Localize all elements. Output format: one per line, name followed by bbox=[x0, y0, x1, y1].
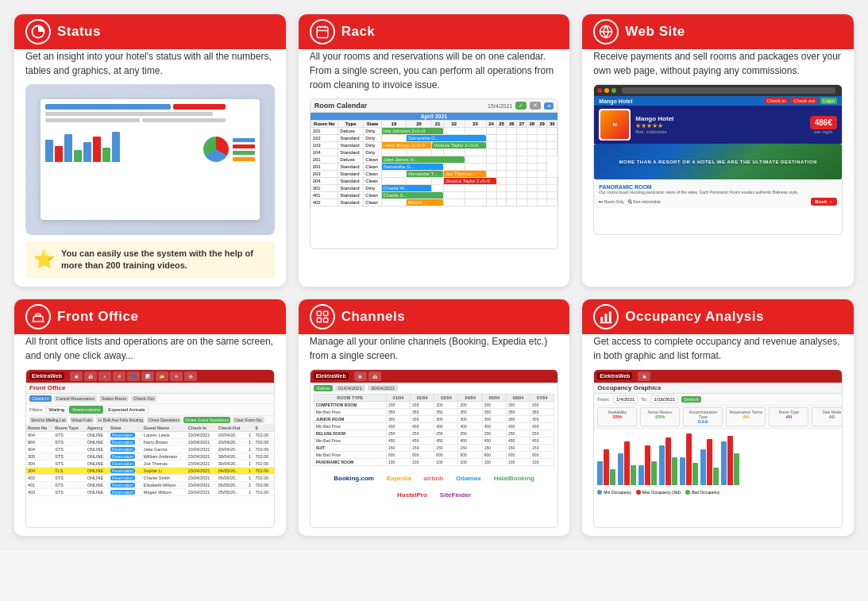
fo-nav-icon-6[interactable]: 📊 bbox=[141, 372, 154, 381]
fo-mailing-btn[interactable]: Send to Mailing List bbox=[29, 417, 68, 423]
ws-dot-green bbox=[611, 88, 616, 93]
table-row: 102StandardDirty Samantha G... bbox=[311, 135, 557, 142]
fo-tab-reservations[interactable]: Reservations bbox=[69, 406, 103, 414]
fo-nav-icons: ▣ 📅 ≡ ⚙ 👤 📊 📂 ✉ 🏠 bbox=[70, 372, 197, 381]
ws-hotel-header: M Mango Hotel ★★★★★ Bali, Indonesia 486€… bbox=[594, 106, 842, 144]
rack-desc: All your rooms and reservations will be … bbox=[310, 49, 559, 92]
fo-cell: Elizabeth Wilson bbox=[142, 481, 187, 488]
ws-url-bar[interactable] bbox=[622, 87, 835, 94]
fo-col-room: Room No bbox=[26, 425, 53, 432]
fo-online-ops-btn[interactable]: Online Guest Operations bbox=[183, 417, 230, 423]
rack-btn-3[interactable]: ≡ bbox=[544, 102, 554, 110]
fo-bulk-btn[interactable]: +v Bulk Ava Folio Routing bbox=[96, 417, 145, 423]
fo-col-checkout: Check-Out bbox=[217, 425, 247, 432]
fo-cell: ONLINE bbox=[86, 467, 109, 474]
occupancy-card: Occupancy Analysis Get access to complet… bbox=[582, 299, 854, 536]
occ-date-from[interactable]: 1/4/2021 bbox=[613, 395, 638, 403]
table-row: 304TLSONLINEReservationSophie Li23/04/20… bbox=[26, 467, 274, 474]
table-row: 401StandardClean Charlie S... bbox=[311, 192, 557, 199]
ws-checkout-btn[interactable]: Check out bbox=[791, 98, 817, 104]
fo-cell: 904 bbox=[26, 445, 53, 453]
fo-cell: 10/04/2021 bbox=[187, 438, 217, 445]
page-wrapper: Status Get an insight into your hotel's … bbox=[0, 0, 868, 550]
website-screen: Mango Hotel Check in Check out Login M M… bbox=[593, 84, 843, 235]
fo-tab-waiting[interactable]: Waiting bbox=[45, 406, 68, 414]
fo-cell: 702.00 bbox=[254, 474, 274, 481]
fo-checkout-btn[interactable]: Check Out bbox=[131, 395, 156, 402]
table-row: Min Bed Price 450450450450450450450 bbox=[314, 437, 554, 444]
ch-date-to[interactable]: 30/04/2021 bbox=[368, 385, 398, 391]
rack-col-29: 29 bbox=[537, 121, 547, 128]
website-body: Receive payments and sell rooms and pack… bbox=[582, 49, 854, 287]
fo-nav-icon-8[interactable]: ✉ bbox=[170, 372, 183, 381]
fo-cell: 10/04/2021 bbox=[187, 431, 217, 438]
channels-card: Channels Manage all your online channels… bbox=[299, 299, 570, 536]
fo-table-container[interactable]: Room No Room Type Agency State Guest Nam… bbox=[26, 425, 274, 496]
ws-checkin-btn[interactable]: Check in bbox=[765, 98, 788, 104]
fo-ops-btn[interactable]: Chest Operations bbox=[147, 417, 181, 423]
fo-cell: Reservation bbox=[109, 474, 142, 481]
table-row: 305STSONLINEReservationWilliam Anderson2… bbox=[26, 453, 274, 460]
ws-login-btn[interactable]: Login bbox=[820, 98, 837, 104]
occ-bar-4 bbox=[659, 437, 677, 485]
hint-text: You can easily use the system with the h… bbox=[61, 248, 267, 272]
fo-nav-icon-2[interactable]: 📅 bbox=[84, 372, 97, 381]
ch-date-from[interactable]: 01/04/2021 bbox=[335, 385, 365, 391]
status-badge: Reservation bbox=[110, 461, 135, 466]
ch-logo-odamax: Odamax bbox=[453, 473, 484, 483]
fo-cell: 702.00 bbox=[254, 488, 274, 495]
fo-cell: Reservation bbox=[109, 467, 142, 474]
rack-col-19: 19 bbox=[381, 121, 406, 128]
ws-price-label: per night bbox=[810, 129, 837, 134]
ws-price-area: 486€ per night bbox=[810, 116, 837, 134]
fo-cell: TLS bbox=[53, 467, 85, 474]
fo-nav-icon-1[interactable]: ▣ bbox=[70, 372, 83, 381]
status-badge: Reservation bbox=[110, 483, 135, 487]
fo-cell: 305 bbox=[26, 453, 53, 460]
occ-search-btn[interactable]: Search bbox=[681, 396, 701, 403]
fo-cell: Megan Wilson bbox=[142, 488, 187, 495]
fo-cell: 23/04/2021 bbox=[187, 481, 217, 488]
fo-nav-icon-9[interactable]: 🏠 bbox=[184, 372, 197, 381]
fo-cell: 20/04/20.. bbox=[217, 445, 247, 453]
fo-cancel-btn[interactable]: Cancel Reservation bbox=[54, 395, 97, 402]
fo-cell: 702.00 bbox=[254, 481, 274, 488]
fo-cell: 1 bbox=[247, 445, 254, 453]
fo-room-btn[interactable]: Select Room bbox=[99, 395, 129, 402]
svg-rect-11 bbox=[323, 318, 327, 322]
svg-rect-12 bbox=[601, 317, 604, 322]
status-badge: Reservation bbox=[110, 454, 135, 459]
rack-btn-1[interactable]: ✓ bbox=[515, 102, 527, 110]
fo-cell: 05/05/20.. bbox=[217, 481, 247, 488]
fo-cell: 23/04/2021 bbox=[187, 488, 217, 495]
status-badge: Reservation bbox=[110, 476, 135, 480]
channels-desc: Manage all your online channels (Booking… bbox=[310, 334, 559, 363]
fo-nav-icon-4[interactable]: ⚙ bbox=[113, 372, 125, 381]
fo-nav-icon-5[interactable]: 👤 bbox=[127, 372, 140, 381]
website-desc: Receive payments and sell rooms and pack… bbox=[593, 49, 843, 78]
fo-cell: 702.00 bbox=[254, 431, 274, 438]
rack-col-state: State bbox=[364, 121, 382, 128]
fo-virtual-btn[interactable]: Virtual Folio bbox=[70, 417, 94, 423]
occ-nav-1[interactable]: ▣ bbox=[638, 372, 650, 381]
fo-cell: Charlie Smith bbox=[142, 474, 187, 481]
rack-col-26: 26 bbox=[507, 121, 517, 128]
rack-col-30: 30 bbox=[547, 121, 557, 128]
fo-cell: Harry Brown bbox=[142, 438, 187, 445]
ws-book-btn[interactable]: Book → bbox=[811, 198, 837, 206]
fo-room-no-btn[interactable]: Clear Room No. bbox=[233, 417, 264, 423]
main-grid: Status Get an insight into your hotel's … bbox=[14, 14, 854, 536]
fo-checkin-btn[interactable]: Check In bbox=[29, 395, 52, 402]
occ-date-to[interactable]: 1/10/2021 bbox=[650, 395, 678, 403]
fo-tab-arrivals[interactable]: Expected Arrivals bbox=[105, 406, 148, 414]
ch-nav-1[interactable]: ▣ bbox=[354, 372, 367, 381]
ws-nav-bar: Mango Hotel Check in Check out Login bbox=[594, 96, 842, 106]
fo-nav-icon-3[interactable]: ≡ bbox=[98, 372, 111, 381]
rack-btn-2[interactable]: ✕ bbox=[530, 102, 541, 110]
rack-table-container[interactable]: Room No Type State 19 20 21 22 23 24 2 bbox=[311, 120, 558, 206]
fo-nav-icon-7[interactable]: 📂 bbox=[156, 372, 168, 381]
fo-col-guest: Guest Name bbox=[142, 425, 187, 432]
website-card: Web Site Receive payments and sell rooms… bbox=[582, 14, 854, 287]
ch-logo: ElektraWeb bbox=[314, 372, 349, 379]
ch-nav-2[interactable]: 📅 bbox=[368, 372, 381, 381]
